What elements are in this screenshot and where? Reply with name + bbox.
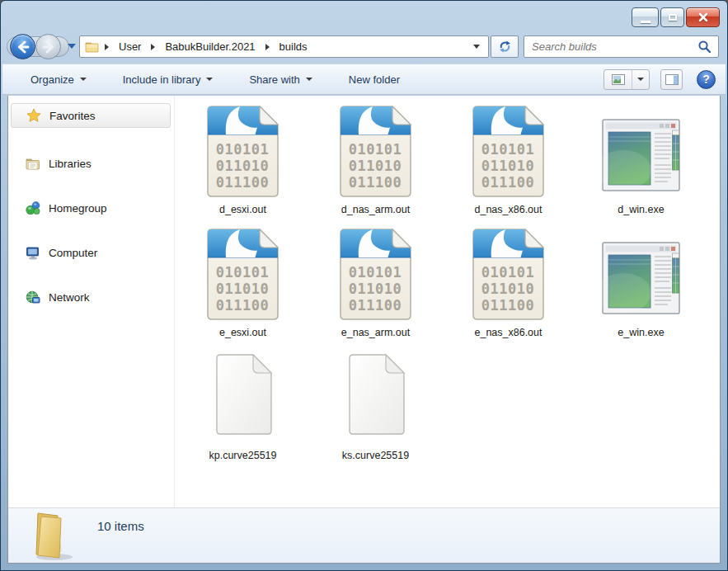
svg-text:011100: 011100 bbox=[481, 297, 534, 314]
search-icon[interactable] bbox=[697, 40, 712, 54]
forward-arrow-icon bbox=[40, 39, 57, 55]
back-button[interactable] bbox=[10, 34, 35, 59]
command-toolbar: Organize Include in library Share with N… bbox=[2, 64, 726, 95]
breadcrumb-user[interactable]: User bbox=[114, 37, 146, 56]
chevron-down-icon bbox=[80, 78, 87, 81]
include-in-library-button[interactable]: Include in library bbox=[123, 73, 214, 86]
svg-text:010101: 010101 bbox=[216, 264, 269, 281]
minimize-button[interactable] bbox=[632, 7, 659, 27]
file-name-label: ks.curve25519 bbox=[342, 450, 409, 461]
share-with-button[interactable]: Share with bbox=[249, 73, 312, 86]
file-tile[interactable]: kp.curve25519 bbox=[176, 351, 309, 474]
file-name-label: d_nas_arm.out bbox=[341, 204, 410, 215]
file-tile[interactable]: 010101 011010 011100 e_nas_arm.out bbox=[309, 228, 442, 351]
file-name-label: kp.curve25519 bbox=[209, 450, 276, 461]
breadcrumb-builds[interactable]: builds bbox=[275, 37, 312, 56]
organize-button[interactable]: Organize bbox=[31, 73, 87, 86]
refresh-icon bbox=[498, 40, 512, 54]
blank-document-icon bbox=[210, 351, 276, 444]
svg-text:011100: 011100 bbox=[216, 297, 269, 314]
chevron-down-icon bbox=[637, 78, 644, 81]
item-count: 10 items bbox=[97, 519, 144, 533]
forward-button[interactable] bbox=[35, 34, 61, 59]
homegroup-icon bbox=[26, 201, 40, 215]
maximize-button[interactable] bbox=[660, 7, 684, 27]
refresh-button[interactable] bbox=[491, 35, 519, 58]
sidebar-item-label: Homegroup bbox=[49, 202, 107, 215]
sidebar-item-network[interactable]: Network bbox=[8, 288, 174, 306]
body-row: Favorites Libraries bbox=[8, 96, 720, 507]
computer-icon bbox=[26, 246, 40, 260]
file-name-label: d_nas_x86.out bbox=[474, 204, 542, 215]
file-name-label: d_esxi.out bbox=[219, 204, 266, 215]
binary-file-icon: 010101 011010 011100 bbox=[336, 228, 416, 321]
svg-text:011010: 011010 bbox=[216, 281, 269, 297]
window-controls bbox=[632, 7, 720, 27]
application-file-icon bbox=[602, 228, 680, 321]
sidebar-item-libraries[interactable]: Libraries bbox=[8, 154, 174, 172]
sidebar-item-label: Favorites bbox=[49, 110, 96, 122]
include-in-library-label: Include in library bbox=[123, 73, 201, 86]
breadcrumb-separator-icon bbox=[105, 44, 109, 50]
client-area: Favorites Libraries bbox=[7, 96, 721, 564]
file-name-label: e_win.exe bbox=[618, 327, 664, 338]
file-tile[interactable]: 010101 011010 011100 d_nas_arm.out bbox=[309, 105, 442, 228]
file-tile[interactable]: 010101 011010 011100 d_nas_x86.out bbox=[442, 105, 575, 228]
network-icon bbox=[26, 290, 40, 304]
new-folder-label: New folder bbox=[349, 73, 400, 86]
file-name-label: e_esxi.out bbox=[219, 327, 266, 338]
star-icon bbox=[26, 108, 41, 123]
new-folder-button[interactable]: New folder bbox=[349, 73, 400, 86]
navigation-pane: Favorites Libraries bbox=[8, 96, 175, 507]
address-dropdown-icon[interactable] bbox=[473, 45, 480, 49]
file-tile[interactable]: 010101 011010 011100 e_esxi.out bbox=[176, 228, 309, 351]
svg-text:010101: 010101 bbox=[349, 141, 402, 158]
file-tile[interactable]: 010101 011010 011100 e_nas_x86.out bbox=[442, 228, 575, 351]
binary-file-icon: 010101 011010 011100 bbox=[203, 228, 283, 321]
close-icon bbox=[697, 12, 709, 22]
file-name-label: e_nas_x86.out bbox=[474, 327, 542, 338]
file-name-label: d_win.exe bbox=[618, 204, 664, 215]
breadcrumb-separator-icon bbox=[265, 44, 270, 50]
back-arrow-icon bbox=[15, 39, 31, 55]
file-name-label: e_nas_arm.out bbox=[341, 327, 410, 338]
explorer-window: User BabukBuilder.2021 builds Organize I… bbox=[0, 0, 728, 571]
preview-pane-button[interactable] bbox=[660, 69, 683, 90]
search-input[interactable] bbox=[524, 40, 697, 53]
maximize-icon bbox=[669, 14, 677, 21]
close-button[interactable] bbox=[686, 7, 720, 27]
toolbar-right-group: ? bbox=[604, 69, 716, 90]
preview-pane-icon bbox=[665, 74, 679, 85]
history-dropdown-icon[interactable] bbox=[68, 44, 76, 49]
breadcrumb-separator-icon bbox=[151, 44, 155, 50]
file-tile[interactable]: d_win.exe bbox=[575, 105, 707, 228]
file-tile[interactable]: 010101 011010 011100 d_esxi.out bbox=[176, 105, 309, 228]
svg-text:011010: 011010 bbox=[216, 158, 269, 174]
svg-text:011010: 011010 bbox=[349, 158, 402, 174]
binary-file-icon: 010101 011010 011100 bbox=[468, 228, 548, 321]
libraries-icon bbox=[26, 157, 40, 170]
address-bar[interactable]: User BabukBuilder.2021 builds bbox=[79, 35, 489, 58]
blank-document-icon bbox=[343, 351, 409, 444]
breadcrumb-babukbuilder[interactable]: BabukBuilder.2021 bbox=[160, 37, 260, 56]
binary-file-icon: 010101 011010 011100 bbox=[468, 105, 548, 198]
file-tile[interactable]: e_win.exe bbox=[575, 228, 707, 351]
svg-text:011100: 011100 bbox=[481, 174, 534, 191]
sidebar-item-favorites[interactable]: Favorites bbox=[11, 103, 171, 128]
svg-text:011010: 011010 bbox=[349, 281, 402, 297]
sidebar-item-label: Libraries bbox=[49, 158, 92, 170]
search-box bbox=[524, 35, 719, 58]
chevron-down-icon bbox=[306, 78, 312, 81]
folder-icon bbox=[25, 510, 79, 563]
help-button[interactable]: ? bbox=[697, 70, 716, 89]
svg-text:010101: 010101 bbox=[481, 264, 534, 281]
svg-text:011010: 011010 bbox=[481, 281, 534, 297]
file-tile[interactable]: ks.curve25519 bbox=[309, 351, 442, 474]
views-dropdown-button[interactable] bbox=[632, 70, 649, 89]
binary-file-icon: 010101 011010 011100 bbox=[336, 105, 416, 198]
change-view-button[interactable] bbox=[604, 70, 632, 89]
sidebar-item-homegroup[interactable]: Homegroup bbox=[8, 199, 174, 217]
sidebar-item-computer[interactable]: Computer bbox=[8, 243, 174, 262]
svg-text:011010: 011010 bbox=[481, 158, 534, 174]
application-file-icon bbox=[602, 105, 680, 198]
